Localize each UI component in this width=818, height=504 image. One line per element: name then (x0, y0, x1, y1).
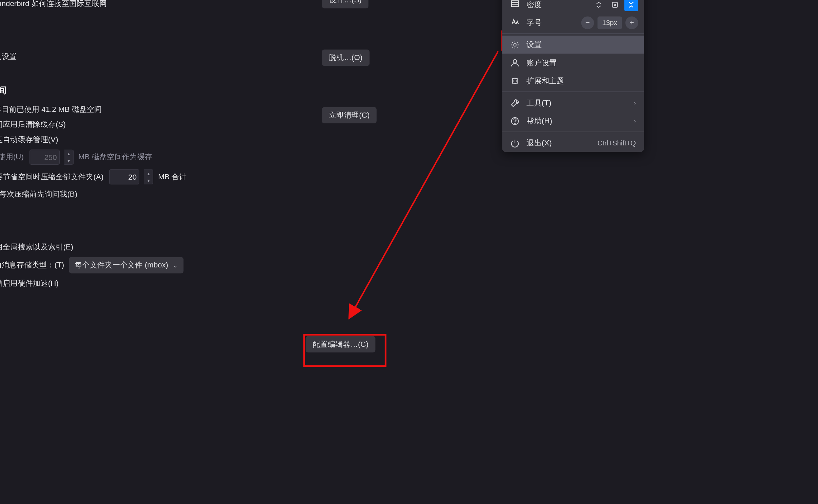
menu-label: 扩展和主题 (526, 76, 564, 86)
menu-label: 账户设置 (526, 57, 557, 68)
chevron-right-icon: › (634, 118, 636, 124)
menu-density: 密度 (502, 0, 644, 14)
max-cache-spinner[interactable]: ▲▼ (64, 149, 74, 165)
density-icon (510, 0, 519, 10)
puzzle-icon (510, 76, 519, 85)
store-type-select[interactable]: 每个文件夹一个文件 (mbox) ⌄ (69, 257, 183, 274)
menu-label: 帮助(H) (526, 116, 552, 126)
power-icon (510, 138, 519, 147)
svg-rect-32 (612, 2, 617, 7)
max-use-unit: MB 磁盘空间作为缓存 (78, 152, 152, 162)
compact-spinner[interactable]: ▲▼ (144, 169, 153, 185)
density-compact-button[interactable] (592, 0, 605, 11)
compact-label: 需要节省空间时压缩全部文件夹(A) (0, 172, 103, 182)
store-type-value: 每个文件夹一个文件 (mbox) (75, 260, 168, 270)
help-icon (510, 116, 519, 125)
account-icon (510, 58, 519, 67)
menu-quit[interactable]: 退出(X) Ctrl+Shift+Q (502, 134, 644, 152)
menu-label: 字号 (526, 17, 542, 28)
max-use-label: 最多使用(U) (0, 152, 24, 162)
menu-font-size: 字号 − 13px + (502, 14, 644, 32)
max-cache-input[interactable]: 250 (29, 149, 60, 165)
menu-label: 设置 (526, 39, 542, 50)
ask-compact-label: 每次压缩前先询问我(B) (0, 189, 77, 200)
hw-accel-label: 自动启用硬件加速(H) (0, 278, 59, 288)
section-disk-title: 磁盘空间 (0, 85, 390, 96)
menu-account-settings[interactable]: 账户设置 (502, 54, 644, 72)
svg-point-35 (513, 59, 517, 63)
config-editor-button[interactable]: 配置编辑器…(C) (306, 336, 376, 352)
menu-label: 退出(X) (526, 138, 552, 148)
clear-cache-button[interactable]: 立即清理(C) (322, 107, 377, 123)
connection-settings-button[interactable]: 设置…(S) (322, 0, 369, 8)
section-index-title: 索引 (0, 223, 390, 234)
section-offline-title: 脱机 (0, 32, 390, 43)
font-decrease-button[interactable]: − (581, 16, 594, 29)
menu-settings[interactable]: 设置 (502, 36, 644, 54)
store-type-label: 新账户的消息存储类型：(T) (0, 260, 64, 270)
font-icon (510, 17, 519, 28)
font-increase-button[interactable]: + (625, 16, 638, 29)
svg-point-34 (514, 43, 516, 46)
menu-tools[interactable]: 工具(T) › (502, 94, 644, 112)
compact-threshold-input[interactable]: 20 (109, 169, 140, 185)
app-menu: 添加账户(N) › 创建(C) › 打开文件(O) › 查看(V) › 密度 (502, 0, 644, 152)
wrench-icon (510, 98, 519, 107)
quit-shortcut: Ctrl+Shift+Q (597, 139, 636, 147)
offline-settings-button[interactable]: 脱机…(O) (322, 49, 370, 66)
density-relaxed-button[interactable] (624, 0, 638, 11)
svg-point-37 (515, 123, 515, 123)
menu-label: 工具(T) (526, 98, 551, 108)
menu-extensions[interactable]: 扩展和主题 (502, 72, 644, 89)
global-search-label: 启用全局搜索以及索引(E) (0, 242, 73, 253)
clear-on-close-label: 关闭应用后清除缓存(S) (0, 119, 66, 130)
gear-icon (510, 40, 519, 49)
font-size-value: 13px (598, 16, 622, 29)
menu-label: 密度 (526, 0, 542, 10)
override-cache-label: 覆盖自动缓存管理(V) (0, 135, 58, 145)
compact-unit: MB 合计 (158, 172, 187, 182)
svg-point-33 (614, 4, 616, 5)
svg-rect-29 (512, 1, 519, 6)
chevron-right-icon: › (634, 100, 636, 106)
menu-help[interactable]: 帮助(H) › (502, 112, 644, 130)
density-normal-button[interactable] (608, 0, 622, 11)
chevron-down-icon: ⌄ (173, 262, 178, 268)
